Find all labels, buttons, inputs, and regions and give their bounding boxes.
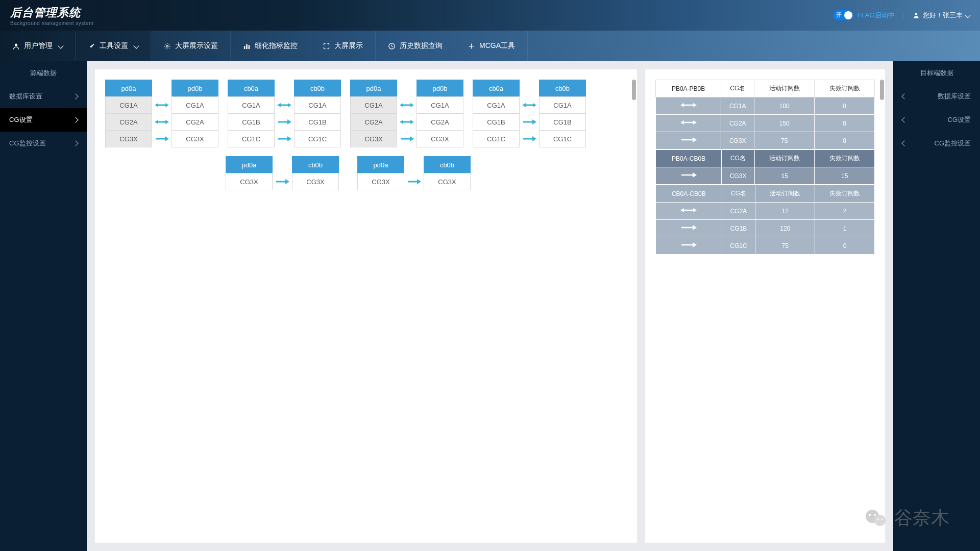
cg-cell[interactable]: CG1B [539,113,586,131]
column-header[interactable]: pd0a [226,156,273,173]
cg-cell[interactable]: CG3X [172,130,218,147]
user-menu[interactable]: 您好！张三丰 [913,11,970,20]
table-row[interactable]: CG3X1515 [656,167,875,185]
column-header[interactable]: pd0b [172,80,218,97]
column-header[interactable]: cb0b [294,80,341,97]
cg-cell[interactable]: CG1B [294,113,341,131]
node-group: cb0aCG1ACG1BCG1Ccb0bCG1ACG1BCG1C [473,80,586,147]
wechat-icon [864,506,888,531]
sidebar-item[interactable]: CG监控设置 [893,132,980,155]
flag-toggle-group: 开 FLAG启动中 [833,10,895,20]
nav-item-user[interactable]: 用户管理 [0,31,76,61]
cg-cell[interactable]: CG2A [172,113,218,131]
column-header[interactable]: cb0a [473,80,520,97]
svg-rect-4 [246,44,248,48]
flag-toggle[interactable]: 开 [833,10,853,20]
cg-cell[interactable]: CG1A [105,96,152,114]
nav-item-gear[interactable]: 大屏展示设置 [151,31,231,61]
bi-arrow-icon [522,101,536,109]
cg-cell[interactable]: CG1A [172,96,218,114]
svg-point-12 [881,518,883,520]
nav-item-expand[interactable]: 大屏展示 [310,31,376,61]
cg-cell[interactable]: CG1C [539,130,586,147]
cg-cell[interactable]: CG2A [105,113,152,131]
chart-icon [243,42,251,50]
svg-point-1 [15,43,17,46]
cg-cell[interactable]: CG2A [350,113,397,131]
cg-cell[interactable]: CG1A [539,96,586,114]
user-greeting: 您好！张三丰 [923,11,963,20]
uni-arrow-icon [277,118,291,126]
node-column: pd0aCG3X [357,156,404,190]
sidebar-item[interactable]: CG设置 [0,108,87,132]
gear-icon [163,42,171,50]
nav-item-plus[interactable]: MCGA工具 [455,31,528,61]
table-row[interactable]: CG1C750 [656,237,875,255]
scrollbar[interactable] [632,80,636,100]
cg-cell[interactable]: CG3X [105,130,152,147]
nav-item-clock[interactable]: 历史数据查询 [376,31,455,61]
table-row[interactable]: CG3X750 [656,132,875,149]
logo-subtitle: Background management system [10,20,93,26]
cg-cell[interactable]: CG3X [424,173,471,190]
nav-item-tool[interactable]: 工具设置 [76,31,151,61]
node-column: pd0aCG1ACG2ACG3X [350,80,397,147]
arrow-column [154,80,169,147]
arrow-column [277,80,292,147]
table-row[interactable]: CG1A1000 [656,97,875,115]
cg-cell[interactable]: CG3X [226,173,273,190]
cg-cell[interactable]: CG1A [294,96,341,114]
column-header[interactable]: cb0a [228,80,275,97]
table-row[interactable]: CG2A122 [656,203,875,220]
table-panel: PB0A-PB0BCG名活动订阅数失效订阅数CG1A1000CG2A1500CG… [645,69,885,543]
sidebar-item[interactable]: CG监控设置 [0,132,87,155]
cg-cell[interactable]: CG1A [228,96,275,114]
sidebar-item[interactable]: 数据库设置 [0,85,87,108]
column-header[interactable]: cb0b [539,80,586,97]
column-header[interactable]: cb0b [292,156,339,173]
cg-cell[interactable]: CG3X [416,130,463,147]
cg-cell[interactable]: CG1C [473,130,520,147]
node-group: pd0aCG1ACG2ACG3Xpd0bCG1ACG2ACG3X [350,80,463,147]
table-header-row: PB0A-PB0BCG名活动订阅数失效订阅数 [656,80,875,97]
svg-rect-5 [249,45,250,49]
uni-arrow-icon [155,135,169,143]
cg-cell[interactable]: CG1B [473,113,520,131]
column-header[interactable]: pd0b [416,80,463,97]
cg-cell[interactable]: CG1A [473,96,520,114]
scrollbar[interactable] [880,80,884,100]
chevron-icon [901,93,907,99]
cg-cell[interactable]: CG1C [294,130,341,147]
svg-point-11 [877,518,878,520]
cg-cell[interactable]: CG2A [416,113,463,131]
arrow-column [406,156,422,190]
sidebar-item[interactable]: 数据库设置 [893,85,980,108]
bi-arrow-icon [155,101,169,109]
column-header[interactable]: cb0b [424,156,471,173]
cg-cell[interactable]: CG1B [228,113,275,131]
node-column: cb0bCG3X [424,156,471,190]
nav-item-chart[interactable]: 细化指标监控 [231,31,310,61]
column-header[interactable]: pd0a [105,80,152,97]
node-column: pd0bCG1ACG2ACG3X [416,80,463,147]
table-row[interactable]: CG1B1201 [656,220,875,237]
sidebar-left-title: 源端数据 [0,61,87,85]
direction-cell [656,203,722,220]
cg-cell[interactable]: CG1A [416,96,463,114]
subscription-table: PB0A-PB0BCG名活动订阅数失效订阅数CG1A1000CG2A1500CG… [655,80,875,149]
svg-point-9 [869,514,871,516]
cg-cell[interactable]: CG3X [292,173,339,190]
column-header[interactable]: pd0a [350,80,397,97]
table-header-row: PB0A-CB0BCG名活动订阅数失效订阅数 [656,150,875,167]
arrow-column [399,80,414,147]
sidebar-item[interactable]: CG设置 [893,108,980,132]
chevron-icon [72,117,78,122]
divider: | [903,12,904,19]
cg-cell[interactable]: CG3X [357,173,404,190]
cg-cell[interactable]: CG1A [350,96,397,114]
cg-cell[interactable]: CG1C [228,130,275,147]
table-row[interactable]: CG2A1500 [656,115,875,132]
column-header[interactable]: pd0a [357,156,404,173]
cg-cell[interactable]: CG3X [350,130,397,147]
chevron-down-icon [58,43,63,48]
